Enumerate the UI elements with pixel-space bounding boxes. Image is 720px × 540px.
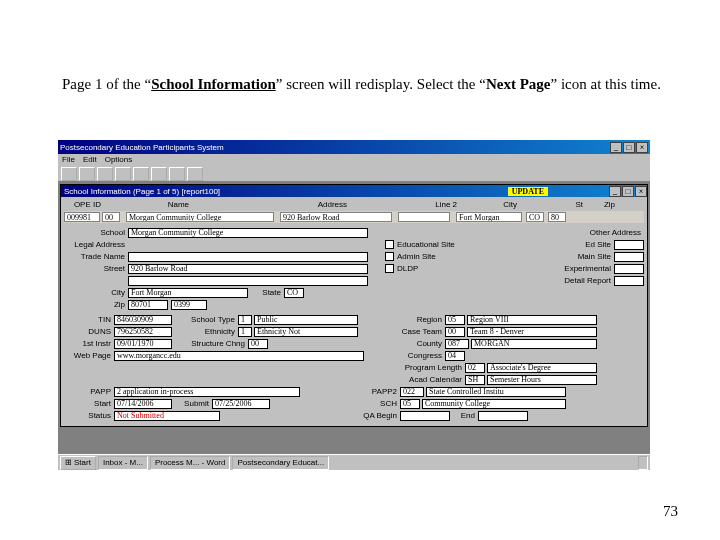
webpage-input[interactable]: www.morgancc.edu	[114, 351, 364, 361]
admin-site-checkbox[interactable]	[385, 252, 394, 261]
maximize-button[interactable]: □	[623, 142, 635, 153]
page-number: 73	[663, 503, 678, 520]
tin-input[interactable]: 846030909	[114, 315, 172, 325]
hdr-ope: OPE ID	[64, 200, 104, 209]
region-text[interactable]: Region VIII	[467, 315, 597, 325]
main-site-input[interactable]	[614, 252, 644, 262]
menu-bar: File Edit Options	[58, 154, 650, 166]
caseteam-code[interactable]: 00	[445, 327, 465, 337]
mode-flag: UPDATE	[508, 187, 548, 196]
inner-window: School Information (Page 1 of 5) [report…	[60, 184, 648, 427]
region-code[interactable]: 05	[445, 315, 465, 325]
papp-input[interactable]: 2 application in-process	[114, 387, 300, 397]
first-instr-input[interactable]: 09/01/1970	[114, 339, 172, 349]
form-body: OPE ID Name Address Line 2 City St Zip 0…	[61, 197, 647, 426]
hdr-line2: Line 2	[426, 200, 460, 209]
outer-titlebar: Postsecondary Education Participants Sys…	[58, 140, 650, 154]
toolbar-button[interactable]	[115, 167, 131, 181]
proglen-text[interactable]: Associate's Degree	[487, 363, 597, 373]
submit-date-input[interactable]: 07/25/2006	[212, 399, 270, 409]
inner-max-button[interactable]: □	[622, 186, 634, 197]
task-button[interactable]: Inbox - M...	[98, 456, 148, 470]
county-text[interactable]: MORGAN	[471, 339, 597, 349]
hdr-city: City	[496, 200, 520, 209]
school-type-code[interactable]: 1	[238, 315, 252, 325]
toolbar-button[interactable]	[187, 167, 203, 181]
acadcal-code[interactable]: SH	[465, 375, 485, 385]
inner-close-button[interactable]: ×	[635, 186, 647, 197]
experimental-input[interactable]	[614, 264, 644, 274]
toolbar-button[interactable]	[61, 167, 77, 181]
menu-options[interactable]: Options	[105, 155, 133, 165]
county-code[interactable]: 087	[445, 339, 469, 349]
inner-titlebar: School Information (Page 1 of 5) [report…	[61, 185, 647, 197]
start-button[interactable]: ⊞Start	[60, 456, 96, 470]
minimize-button[interactable]: _	[610, 142, 622, 153]
ope-id-field[interactable]: 009981	[64, 212, 100, 222]
caseteam-text[interactable]: Team 8 - Denver	[467, 327, 597, 337]
papp2-text[interactable]: State Controlled Institu	[426, 387, 566, 397]
toolbar-button[interactable]	[151, 167, 167, 181]
edu-site-checkbox[interactable]	[385, 240, 394, 249]
school-input[interactable]: Morgan Community College	[128, 228, 368, 238]
address-field[interactable]: 920 Barlow Road	[280, 212, 392, 222]
dldp-checkbox[interactable]	[385, 264, 394, 273]
ethnicity-text[interactable]: Ethnicity Not	[254, 327, 358, 337]
menu-file[interactable]: File	[62, 155, 75, 165]
hdr-zip: Zip	[600, 200, 618, 209]
struct-chng-input[interactable]: 00	[248, 339, 268, 349]
inner-min-button[interactable]: _	[609, 186, 621, 197]
detail-report-input[interactable]	[614, 276, 644, 286]
toolbar	[58, 166, 650, 182]
city-field[interactable]: Fort Morgan	[456, 212, 522, 222]
ethnicity-code[interactable]: 1	[238, 327, 252, 337]
inner-title: School Information (Page 1 of 5) [report…	[61, 187, 220, 196]
instruction-text: Page 1 of the “School Information” scree…	[62, 74, 662, 94]
qa-begin-input[interactable]	[400, 411, 450, 421]
start-date-input[interactable]: 07/14/2006	[114, 399, 172, 409]
app-screenshot: Postsecondary Education Participants Sys…	[58, 140, 650, 470]
duns-input[interactable]: 796250582	[114, 327, 172, 337]
acadcal-text[interactable]: Semester Hours	[487, 375, 597, 385]
congress-input[interactable]: 04	[445, 351, 465, 361]
hdr-addr: Address	[310, 200, 350, 209]
sch-code[interactable]: 05	[400, 399, 420, 409]
street-input[interactable]: 920 Barlow Road	[128, 264, 368, 274]
zip1-input[interactable]: 80701	[128, 300, 168, 310]
next-page-button[interactable]	[169, 167, 185, 181]
hdr-st: St	[572, 200, 586, 209]
street2-input[interactable]	[128, 276, 368, 286]
proglen-code[interactable]: 02	[465, 363, 485, 373]
school-type-text[interactable]: Public	[254, 315, 358, 325]
close-button[interactable]: ×	[636, 142, 648, 153]
task-button[interactable]: Process M... - Word	[150, 456, 231, 470]
toolbar-button[interactable]	[97, 167, 113, 181]
menu-edit[interactable]: Edit	[83, 155, 97, 165]
sch-text[interactable]: Community College	[422, 399, 566, 409]
line2-field[interactable]	[398, 212, 450, 222]
toolbar-button[interactable]	[79, 167, 95, 181]
toolbar-button[interactable]	[133, 167, 149, 181]
ope-suffix-field[interactable]: 00	[102, 212, 120, 222]
papp2-code[interactable]: 022	[400, 387, 424, 397]
outer-title: Postsecondary Education Participants Sys…	[60, 143, 224, 152]
state-field[interactable]: CO	[526, 212, 544, 222]
status-input[interactable]: Not Submitted	[114, 411, 220, 421]
name-field[interactable]: Morgan Community College	[126, 212, 274, 222]
city-input[interactable]: Fort Morgan	[128, 288, 248, 298]
hdr-name: Name	[162, 200, 192, 209]
trade-name-input[interactable]	[128, 252, 368, 262]
qa-end-input[interactable]	[478, 411, 528, 421]
system-tray[interactable]	[638, 456, 648, 470]
edsite-input[interactable]	[614, 240, 644, 250]
windows-icon: ⊞	[65, 458, 72, 467]
zip2-input[interactable]: 0399	[171, 300, 207, 310]
task-button-active[interactable]: Postsecondary Educat...	[232, 456, 329, 470]
zip-field[interactable]: 80	[548, 212, 566, 222]
taskbar: ⊞Start Inbox - M... Process M... - Word …	[58, 454, 650, 470]
state-input[interactable]: CO	[284, 288, 304, 298]
